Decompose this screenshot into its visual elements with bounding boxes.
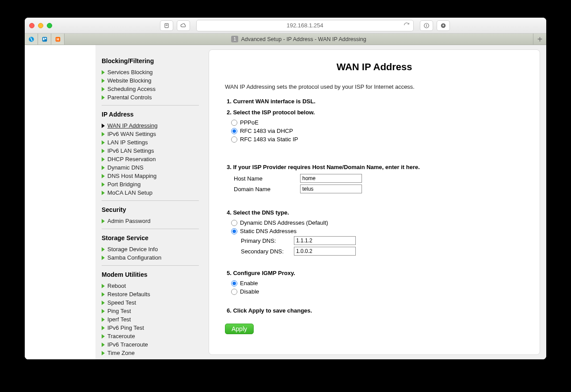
close-window-button[interactable] xyxy=(29,23,34,28)
sidebar-item-ipv6-lan-settings[interactable]: IPv6 LAN Settings xyxy=(102,147,199,155)
sidebar-item-label: Port Bridging xyxy=(107,181,141,188)
sidebar-item-label: Iperf Test xyxy=(107,316,131,323)
sidebar-item-speed-test[interactable]: Speed Test xyxy=(102,298,199,307)
url-text: 192.168.1.254 xyxy=(286,22,323,29)
downloads-button[interactable] xyxy=(437,20,450,31)
chevron-right-icon xyxy=(102,309,105,313)
new-tab-button[interactable]: + xyxy=(533,34,546,45)
active-tab[interactable]: 1 Advanced Setup - IP Address - WAN IP A… xyxy=(65,34,533,45)
chevron-right-icon xyxy=(102,317,105,322)
sidebar-item-label: IPv6 Traceroute xyxy=(107,341,148,348)
svg-rect-9 xyxy=(45,38,46,39)
sidebar-item-label: MoCA LAN Setup xyxy=(107,189,152,196)
isp-protocol-radio[interactable] xyxy=(231,136,237,143)
isp-protocol-radio[interactable] xyxy=(231,128,237,134)
isp-protocol-option[interactable]: RFC 1483 via Static IP xyxy=(231,136,524,143)
sidebar-item-ipv6-traceroute[interactable]: IPv6 Traceroute xyxy=(102,340,199,349)
left-gutter xyxy=(25,45,95,359)
sidebar-item-time-zone[interactable]: Time Zone xyxy=(102,349,199,357)
domain-name-input[interactable] xyxy=(300,185,362,193)
sidebar-item-dhcp-reservation[interactable]: DHCP Reservation xyxy=(102,155,199,163)
dns-type-radio[interactable] xyxy=(231,220,237,226)
chevron-right-icon xyxy=(102,326,105,330)
chevron-right-icon xyxy=(102,149,105,153)
chevron-right-icon xyxy=(102,256,105,260)
step-1: 1. Current WAN interface is DSL. xyxy=(227,98,524,105)
sidebar-item-reboot[interactable]: Reboot xyxy=(102,282,199,290)
sidebar-item-label: DNS Host Mapping xyxy=(107,173,156,179)
sidebar-item-label: Time Zone xyxy=(107,350,135,356)
sidebar-item-admin-password[interactable]: Admin Password xyxy=(102,217,199,225)
apply-button[interactable]: Apply xyxy=(225,324,254,334)
sidebar-item-services-blocking[interactable]: Services Blocking xyxy=(102,68,199,76)
sidebar-item-wan-ip-addressing[interactable]: WAN IP Addressing xyxy=(102,121,199,130)
isp-protocol-option[interactable]: PPPoE xyxy=(231,119,524,126)
sidebar-item-ipv6-wan-settings[interactable]: IPv6 WAN Settings xyxy=(102,130,199,138)
sidebar-item-label: Scheduling Access xyxy=(107,86,156,92)
chevron-right-icon xyxy=(102,219,105,223)
isp-protocol-label: RFC 1483 via Static IP xyxy=(240,136,298,143)
chevron-right-icon xyxy=(102,334,105,339)
pinned-tab-3[interactable]: H xyxy=(51,34,65,45)
igmp-proxy-radio[interactable] xyxy=(231,289,237,295)
igmp-proxy-radio[interactable] xyxy=(231,280,237,286)
sidebar-item-scheduling-access[interactable]: Scheduling Access xyxy=(102,85,199,93)
minimize-window-button[interactable] xyxy=(38,23,43,28)
zoom-window-button[interactable] xyxy=(47,23,52,28)
sidebar-item-label: Parental Controls xyxy=(107,94,152,101)
igmp-proxy-option[interactable]: Disable xyxy=(231,288,524,295)
sidebar-item-lan-ip-settings[interactable]: LAN IP Settings xyxy=(102,138,199,147)
sidebar-item-ipv6-ping-test[interactable]: IPv6 Ping Test xyxy=(102,324,199,332)
secondary-dns-input[interactable] xyxy=(294,247,356,256)
igmp-proxy-label: Enable xyxy=(240,280,258,286)
window-controls xyxy=(29,23,52,28)
sidebar-item-ping-test[interactable]: Ping Test xyxy=(102,307,199,315)
sidebar-item-port-bridging[interactable]: Port Bridging xyxy=(102,180,199,188)
chevron-right-icon xyxy=(102,124,105,128)
address-bar[interactable]: 192.168.1.254 xyxy=(196,20,414,31)
host-name-input[interactable] xyxy=(300,174,362,183)
chevron-right-icon xyxy=(102,301,105,305)
sidebar-item-iperf-test[interactable]: Iperf Test xyxy=(102,315,199,324)
sidebar-item-dynamic-dns[interactable]: Dynamic DNS xyxy=(102,163,199,172)
reader-button[interactable] xyxy=(420,20,433,31)
cloud-button[interactable] xyxy=(177,20,190,31)
isp-protocol-label: RFC 1483 via DHCP xyxy=(240,128,293,134)
sidebar-item-label: Restore Defaults xyxy=(107,291,150,298)
sidebar-item-parental-controls[interactable]: Parental Controls xyxy=(102,93,199,102)
svg-rect-7 xyxy=(42,37,47,41)
dns-type-option[interactable]: Static DNS Addresses xyxy=(231,228,524,234)
sidebar-item-label: IPv6 WAN Settings xyxy=(107,131,156,137)
sidebar-item-label: Storage Device Info xyxy=(107,246,158,253)
sidebar-section-title: Security xyxy=(102,206,199,213)
title-bar: 192.168.1.254 xyxy=(25,18,546,34)
pinned-tab-1[interactable] xyxy=(25,34,38,45)
sidebar-item-traceroute[interactable]: Traceroute xyxy=(102,332,199,340)
reload-icon[interactable] xyxy=(404,22,410,30)
isp-protocol-option[interactable]: RFC 1483 via DHCP xyxy=(231,128,524,134)
sidebar-item-storage-device-info[interactable]: Storage Device Info xyxy=(102,245,199,253)
igmp-proxy-option[interactable]: Enable xyxy=(231,280,524,286)
chevron-right-icon xyxy=(102,174,105,178)
isp-protocol-radio[interactable] xyxy=(231,120,237,126)
sidebar-item-dns-host-mapping[interactable]: DNS Host Mapping xyxy=(102,172,199,180)
step-2: 2. Select the ISP protocol below. xyxy=(227,109,524,116)
svg-rect-0 xyxy=(165,23,168,27)
host-name-label: Host Name xyxy=(234,175,296,182)
sidebar-item-label: Services Blocking xyxy=(107,69,153,75)
sidebar-item-samba-configuration[interactable]: Samba Configuration xyxy=(102,253,199,262)
primary-dns-input[interactable] xyxy=(294,236,356,245)
sidebar-item-label: Speed Test xyxy=(107,299,136,306)
chevron-right-icon xyxy=(102,351,105,355)
svg-point-2 xyxy=(167,25,167,25)
sidebar-item-restore-defaults[interactable]: Restore Defaults xyxy=(102,290,199,298)
pinned-tab-2[interactable] xyxy=(38,34,51,45)
svg-rect-8 xyxy=(43,38,44,40)
dns-type-option[interactable]: Dynamic DNS Addresses (Default) xyxy=(231,219,524,226)
sidebar-item-moca-lan-setup[interactable]: MoCA LAN Setup xyxy=(102,188,199,197)
dns-type-label: Static DNS Addresses xyxy=(240,228,297,234)
step-6: 6. Click Apply to save changes. xyxy=(227,307,524,314)
dns-type-radio[interactable] xyxy=(231,228,237,234)
sidebar-item-website-blocking[interactable]: Website Blocking xyxy=(102,76,199,85)
privacy-button[interactable] xyxy=(160,20,173,31)
